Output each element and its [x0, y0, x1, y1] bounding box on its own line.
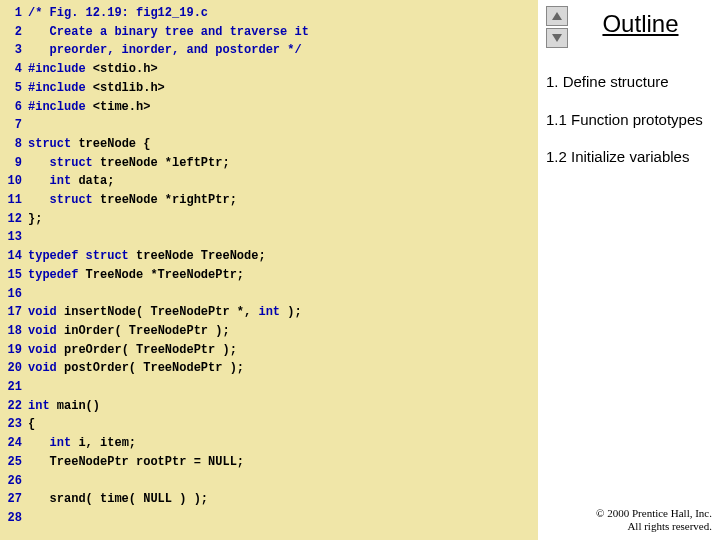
code-token: <time.h> [93, 98, 151, 117]
line-number: 17 [0, 303, 22, 322]
line-number: 16 [0, 285, 22, 304]
copyright-line: © 2000 Prentice Hall, Inc. [596, 507, 712, 521]
line-number: 22 [0, 397, 22, 416]
code-line: 16 [0, 285, 538, 304]
line-number: 15 [0, 266, 22, 285]
code-token: data; [78, 172, 114, 191]
code-line: 1/* Fig. 12.19: fig12_19.c [0, 4, 538, 23]
code-token [28, 434, 50, 453]
line-number: 2 [0, 23, 22, 42]
code-token: typedef [28, 266, 86, 285]
code-line: 4#include <stdio.h> [0, 60, 538, 79]
code-line: 2 Create a binary tree and traverse it [0, 23, 538, 42]
nav-up-button[interactable] [546, 6, 568, 26]
line-number: 20 [0, 359, 22, 378]
code-line: 19void preOrder( TreeNodePtr ); [0, 341, 538, 360]
code-token: treeNode *rightPtr; [100, 191, 237, 210]
line-number: 27 [0, 490, 22, 509]
code-token: struct [50, 191, 100, 210]
code-token: Create a binary tree and traverse it [28, 23, 309, 42]
line-number: 18 [0, 322, 22, 341]
code-line: 10 int data; [0, 172, 538, 191]
code-token: srand( time( NULL ) ); [28, 490, 208, 509]
code-line: 6#include <time.h> [0, 98, 538, 117]
line-number: 19 [0, 341, 22, 360]
outline-panel: Outline 1. Define structure 1.1 Function… [538, 0, 720, 540]
line-number: 25 [0, 453, 22, 472]
svg-marker-1 [552, 34, 562, 42]
line-number: 26 [0, 472, 22, 491]
line-number: 14 [0, 247, 22, 266]
line-number: 10 [0, 172, 22, 191]
line-number: 11 [0, 191, 22, 210]
line-number: 7 [0, 116, 22, 135]
code-token: inOrder( TreeNodePtr ); [64, 322, 230, 341]
code-token: #include [28, 79, 93, 98]
code-token: insertNode( TreeNodePtr *, [64, 303, 258, 322]
code-token: preorder, inorder, and postorder */ [28, 41, 302, 60]
copyright-line: All rights reserved. [596, 520, 712, 534]
code-token: preOrder( TreeNodePtr ); [64, 341, 237, 360]
code-token: <stdlib.h> [93, 79, 165, 98]
line-number: 8 [0, 135, 22, 154]
code-panel: 1/* Fig. 12.19: fig12_19.c2 Create a bin… [0, 0, 538, 540]
code-token: void [28, 359, 64, 378]
code-token: struct [50, 154, 100, 173]
code-token: int [28, 397, 57, 416]
code-token: ); [280, 303, 302, 322]
line-number: 4 [0, 60, 22, 79]
code-line: 8struct treeNode { [0, 135, 538, 154]
code-token: #include [28, 98, 93, 117]
code-token: typedef struct [28, 247, 136, 266]
code-line: 13 [0, 228, 538, 247]
code-token: postOrder( TreeNodePtr ); [64, 359, 244, 378]
code-token: <stdio.h> [93, 60, 158, 79]
code-line: 21 [0, 378, 538, 397]
line-number: 1 [0, 4, 22, 23]
line-number: 5 [0, 79, 22, 98]
code-token [28, 191, 50, 210]
code-token: int [50, 434, 79, 453]
code-line: 27 srand( time( NULL ) ); [0, 490, 538, 509]
code-token: /* Fig. 12.19: fig12_19.c [28, 4, 208, 23]
line-number: 23 [0, 415, 22, 434]
code-line: 5#include <stdlib.h> [0, 79, 538, 98]
nav-down-button[interactable] [546, 28, 568, 48]
code-line: 3 preorder, inorder, and postorder */ [0, 41, 538, 60]
code-token: treeNode TreeNode; [136, 247, 266, 266]
code-token: i, item; [78, 434, 136, 453]
code-token: TreeNode *TreeNodePtr; [86, 266, 244, 285]
code-line: 23{ [0, 415, 538, 434]
svg-marker-0 [552, 12, 562, 20]
line-number: 6 [0, 98, 22, 117]
outline-section: 1. Define structure [546, 72, 712, 92]
code-token: TreeNodePtr rootPtr = NULL; [28, 453, 244, 472]
line-number: 3 [0, 41, 22, 60]
code-token: main() [57, 397, 100, 416]
code-token: #include [28, 60, 93, 79]
code-token [28, 172, 50, 191]
code-token: int [50, 172, 79, 191]
code-line: 17void insertNode( TreeNodePtr *, int ); [0, 303, 538, 322]
code-token: treeNode { [78, 135, 150, 154]
code-token: treeNode *leftPtr; [100, 154, 230, 173]
code-line: 28 [0, 509, 538, 528]
copyright-footer: © 2000 Prentice Hall, Inc. All rights re… [596, 507, 712, 535]
code-token: int [258, 303, 280, 322]
outline-title: Outline [602, 6, 678, 38]
code-token [28, 154, 50, 173]
outline-section: 1.2 Initialize variables [546, 147, 712, 167]
code-token: void [28, 303, 64, 322]
code-line: 12}; [0, 210, 538, 229]
code-line: 9 struct treeNode *leftPtr; [0, 154, 538, 173]
code-line: 15typedef TreeNode *TreeNodePtr; [0, 266, 538, 285]
code-token: void [28, 341, 64, 360]
code-line: 14typedef struct treeNode TreeNode; [0, 247, 538, 266]
line-number: 12 [0, 210, 22, 229]
code-token: void [28, 322, 64, 341]
line-number: 13 [0, 228, 22, 247]
line-number: 21 [0, 378, 22, 397]
code-line: 18void inOrder( TreeNodePtr ); [0, 322, 538, 341]
code-line: 20void postOrder( TreeNodePtr ); [0, 359, 538, 378]
outline-section: 1.1 Function prototypes [546, 110, 712, 130]
